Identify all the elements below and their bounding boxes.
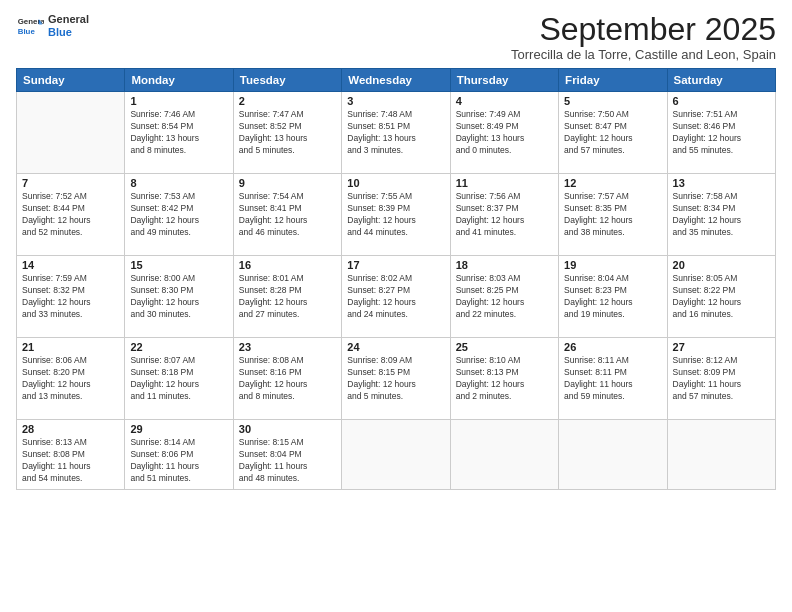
calendar-week-row: 28Sunrise: 8:13 AMSunset: 8:08 PMDayligh… — [17, 420, 776, 490]
calendar-cell — [667, 420, 775, 490]
day-info: Sunrise: 8:05 AMSunset: 8:22 PMDaylight:… — [673, 273, 770, 321]
day-info: Sunrise: 8:08 AMSunset: 8:16 PMDaylight:… — [239, 355, 336, 403]
weekday-header-wednesday: Wednesday — [342, 69, 450, 92]
page: General Blue General Blue September 2025… — [0, 0, 792, 612]
day-number: 13 — [673, 177, 770, 189]
calendar-cell: 18Sunrise: 8:03 AMSunset: 8:25 PMDayligh… — [450, 256, 558, 338]
day-info: Sunrise: 7:57 AMSunset: 8:35 PMDaylight:… — [564, 191, 661, 239]
day-info: Sunrise: 8:11 AMSunset: 8:11 PMDaylight:… — [564, 355, 661, 403]
logo-line2: Blue — [48, 26, 89, 39]
subtitle: Torrecilla de la Torre, Castille and Leo… — [511, 47, 776, 62]
day-number: 5 — [564, 95, 661, 107]
day-info: Sunrise: 8:03 AMSunset: 8:25 PMDaylight:… — [456, 273, 553, 321]
calendar-cell: 10Sunrise: 7:55 AMSunset: 8:39 PMDayligh… — [342, 174, 450, 256]
calendar-table: SundayMondayTuesdayWednesdayThursdayFrid… — [16, 68, 776, 490]
day-number: 15 — [130, 259, 227, 271]
calendar-cell: 3Sunrise: 7:48 AMSunset: 8:51 PMDaylight… — [342, 92, 450, 174]
day-info: Sunrise: 8:07 AMSunset: 8:18 PMDaylight:… — [130, 355, 227, 403]
day-number: 25 — [456, 341, 553, 353]
day-info: Sunrise: 7:59 AMSunset: 8:32 PMDaylight:… — [22, 273, 119, 321]
day-number: 8 — [130, 177, 227, 189]
svg-text:Blue: Blue — [18, 27, 36, 36]
calendar-cell: 6Sunrise: 7:51 AMSunset: 8:46 PMDaylight… — [667, 92, 775, 174]
calendar-cell: 1Sunrise: 7:46 AMSunset: 8:54 PMDaylight… — [125, 92, 233, 174]
day-number: 22 — [130, 341, 227, 353]
calendar-cell: 12Sunrise: 7:57 AMSunset: 8:35 PMDayligh… — [559, 174, 667, 256]
day-number: 17 — [347, 259, 444, 271]
calendar-cell — [450, 420, 558, 490]
calendar-cell: 5Sunrise: 7:50 AMSunset: 8:47 PMDaylight… — [559, 92, 667, 174]
day-info: Sunrise: 8:12 AMSunset: 8:09 PMDaylight:… — [673, 355, 770, 403]
day-info: Sunrise: 7:51 AMSunset: 8:46 PMDaylight:… — [673, 109, 770, 157]
day-number: 27 — [673, 341, 770, 353]
day-info: Sunrise: 7:50 AMSunset: 8:47 PMDaylight:… — [564, 109, 661, 157]
day-number: 23 — [239, 341, 336, 353]
month-title: September 2025 — [511, 12, 776, 47]
day-number: 21 — [22, 341, 119, 353]
header: General Blue General Blue September 2025… — [16, 12, 776, 62]
weekday-header-friday: Friday — [559, 69, 667, 92]
day-number: 4 — [456, 95, 553, 107]
calendar-cell: 20Sunrise: 8:05 AMSunset: 8:22 PMDayligh… — [667, 256, 775, 338]
day-number: 24 — [347, 341, 444, 353]
day-number: 28 — [22, 423, 119, 435]
calendar-cell: 17Sunrise: 8:02 AMSunset: 8:27 PMDayligh… — [342, 256, 450, 338]
day-number: 20 — [673, 259, 770, 271]
day-info: Sunrise: 8:13 AMSunset: 8:08 PMDaylight:… — [22, 437, 119, 485]
weekday-header-saturday: Saturday — [667, 69, 775, 92]
day-info: Sunrise: 7:46 AMSunset: 8:54 PMDaylight:… — [130, 109, 227, 157]
day-info: Sunrise: 7:55 AMSunset: 8:39 PMDaylight:… — [347, 191, 444, 239]
calendar-week-row: 1Sunrise: 7:46 AMSunset: 8:54 PMDaylight… — [17, 92, 776, 174]
day-info: Sunrise: 8:04 AMSunset: 8:23 PMDaylight:… — [564, 273, 661, 321]
day-info: Sunrise: 7:56 AMSunset: 8:37 PMDaylight:… — [456, 191, 553, 239]
day-number: 11 — [456, 177, 553, 189]
day-info: Sunrise: 7:53 AMSunset: 8:42 PMDaylight:… — [130, 191, 227, 239]
day-number: 19 — [564, 259, 661, 271]
calendar-cell: 2Sunrise: 7:47 AMSunset: 8:52 PMDaylight… — [233, 92, 341, 174]
day-number: 14 — [22, 259, 119, 271]
calendar-cell: 14Sunrise: 7:59 AMSunset: 8:32 PMDayligh… — [17, 256, 125, 338]
weekday-header-monday: Monday — [125, 69, 233, 92]
day-number: 16 — [239, 259, 336, 271]
calendar-cell: 9Sunrise: 7:54 AMSunset: 8:41 PMDaylight… — [233, 174, 341, 256]
day-info: Sunrise: 8:06 AMSunset: 8:20 PMDaylight:… — [22, 355, 119, 403]
calendar-cell: 24Sunrise: 8:09 AMSunset: 8:15 PMDayligh… — [342, 338, 450, 420]
calendar-cell: 7Sunrise: 7:52 AMSunset: 8:44 PMDaylight… — [17, 174, 125, 256]
logo-line1: General — [48, 13, 89, 26]
day-info: Sunrise: 8:00 AMSunset: 8:30 PMDaylight:… — [130, 273, 227, 321]
calendar-cell: 30Sunrise: 8:15 AMSunset: 8:04 PMDayligh… — [233, 420, 341, 490]
day-number: 7 — [22, 177, 119, 189]
title-block: September 2025 Torrecilla de la Torre, C… — [511, 12, 776, 62]
calendar-cell — [17, 92, 125, 174]
day-number: 18 — [456, 259, 553, 271]
calendar-cell: 23Sunrise: 8:08 AMSunset: 8:16 PMDayligh… — [233, 338, 341, 420]
calendar-cell: 27Sunrise: 8:12 AMSunset: 8:09 PMDayligh… — [667, 338, 775, 420]
calendar-cell: 19Sunrise: 8:04 AMSunset: 8:23 PMDayligh… — [559, 256, 667, 338]
day-info: Sunrise: 7:48 AMSunset: 8:51 PMDaylight:… — [347, 109, 444, 157]
weekday-header-sunday: Sunday — [17, 69, 125, 92]
logo: General Blue General Blue — [16, 12, 89, 40]
day-info: Sunrise: 7:54 AMSunset: 8:41 PMDaylight:… — [239, 191, 336, 239]
calendar-week-row: 21Sunrise: 8:06 AMSunset: 8:20 PMDayligh… — [17, 338, 776, 420]
day-number: 6 — [673, 95, 770, 107]
weekday-header-thursday: Thursday — [450, 69, 558, 92]
calendar-cell: 15Sunrise: 8:00 AMSunset: 8:30 PMDayligh… — [125, 256, 233, 338]
calendar-cell — [342, 420, 450, 490]
calendar-cell: 22Sunrise: 8:07 AMSunset: 8:18 PMDayligh… — [125, 338, 233, 420]
day-number: 30 — [239, 423, 336, 435]
logo-icon: General Blue — [16, 12, 44, 40]
calendar-cell: 25Sunrise: 8:10 AMSunset: 8:13 PMDayligh… — [450, 338, 558, 420]
day-info: Sunrise: 8:14 AMSunset: 8:06 PMDaylight:… — [130, 437, 227, 485]
day-info: Sunrise: 8:09 AMSunset: 8:15 PMDaylight:… — [347, 355, 444, 403]
day-info: Sunrise: 8:01 AMSunset: 8:28 PMDaylight:… — [239, 273, 336, 321]
calendar-cell: 8Sunrise: 7:53 AMSunset: 8:42 PMDaylight… — [125, 174, 233, 256]
day-info: Sunrise: 7:49 AMSunset: 8:49 PMDaylight:… — [456, 109, 553, 157]
day-info: Sunrise: 7:47 AMSunset: 8:52 PMDaylight:… — [239, 109, 336, 157]
calendar-cell: 26Sunrise: 8:11 AMSunset: 8:11 PMDayligh… — [559, 338, 667, 420]
calendar-cell: 16Sunrise: 8:01 AMSunset: 8:28 PMDayligh… — [233, 256, 341, 338]
calendar-cell: 28Sunrise: 8:13 AMSunset: 8:08 PMDayligh… — [17, 420, 125, 490]
calendar-cell — [559, 420, 667, 490]
day-number: 12 — [564, 177, 661, 189]
calendar-cell: 29Sunrise: 8:14 AMSunset: 8:06 PMDayligh… — [125, 420, 233, 490]
day-number: 3 — [347, 95, 444, 107]
